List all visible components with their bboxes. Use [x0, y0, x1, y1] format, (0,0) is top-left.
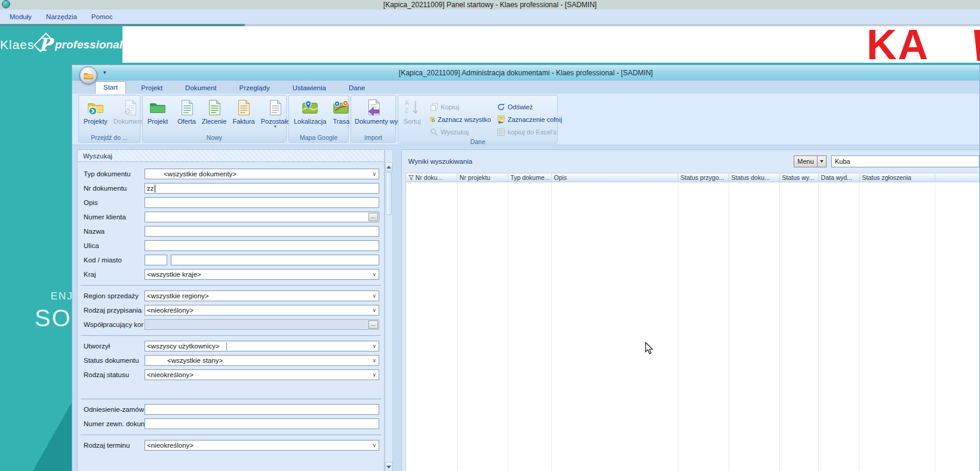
menu-button[interactable]: Menu [794, 155, 818, 167]
column-header-data-wydania[interactable]: Data wyd... [819, 173, 860, 182]
tab-przeglady[interactable]: Przeglądy [232, 82, 278, 94]
chevron-down-icon: ∨ [372, 343, 376, 349]
zlecenie-button[interactable]: Zlecenie [199, 97, 230, 125]
scroll-thumb[interactable] [386, 172, 392, 215]
nazwa-input[interactable] [145, 226, 379, 237]
select-all-icon [430, 115, 435, 124]
results-title: Wyniki wyszukiwania [408, 158, 472, 165]
column-header-opis[interactable]: Opis [552, 173, 678, 182]
column-header-filler [935, 173, 979, 182]
zaznacz-wszystko-button[interactable]: Zaznacz wszystko [428, 113, 494, 126]
utworzyl-select[interactable]: <wszyscy użytkownicy> ∨ [145, 341, 379, 351]
doc-order-icon [205, 99, 223, 117]
sortuj-button: A Z Sortuj [400, 97, 424, 125]
tab-dokument[interactable]: Dokument [177, 82, 224, 94]
chevron-down-icon: ∨ [372, 357, 376, 363]
scroll-up-button[interactable] [385, 162, 392, 172]
kod-input[interactable] [145, 255, 167, 265]
chevron-down-icon: ∨ [372, 171, 376, 177]
tab-start[interactable]: Start [95, 81, 126, 94]
menu-narzedzia[interactable]: Narzędzia [40, 11, 83, 22]
search-panel-scrollbar[interactable] [385, 149, 393, 471]
pozostale-dropdown-icon[interactable]: ▾ [274, 125, 277, 129]
scroll-down-button[interactable] [385, 462, 392, 471]
ribbon-group-dane: A Z Sortuj Kopiuj [398, 95, 558, 143]
quick-access-arrow-icon[interactable]: ▾ [103, 69, 106, 75]
column-header-nr-projektu[interactable]: Nr projektu [457, 173, 508, 182]
lokalizacja-button[interactable]: Lokalizacja [291, 97, 329, 125]
odswiez-button[interactable]: Odśwież [494, 100, 566, 113]
deselect-icon [497, 115, 505, 124]
copy-icon [430, 103, 438, 111]
decorative-triangle [0, 400, 73, 471]
section-divider [81, 399, 381, 399]
tab-dane[interactable]: Dane [341, 82, 373, 94]
results-grid: Nr doku... Nr projektu Typ dokume... Opi… [405, 173, 979, 471]
status-dokumentu-select[interactable]: <wszystkie stany> ∨ [145, 355, 379, 366]
menubar: Moduły Narzędzia Pomoc [0, 10, 980, 24]
scroll-track[interactable] [385, 216, 392, 462]
group-label-nowy: Nowy [143, 134, 286, 142]
results-grid-body[interactable] [406, 182, 979, 471]
field-status-dokumentu: Status dokumentu <wszystkie stany> ∨ [78, 353, 384, 368]
odniesienie-input[interactable] [145, 404, 379, 415]
group-label-przejdz-do: Przejdź do ... [79, 134, 140, 142]
menu-pomoc[interactable]: Pomoc [85, 11, 119, 22]
outer-titlebar: [Kapica_20211009] Panel startowy - Klaes… [0, 0, 980, 10]
numer-klienta-browse-button[interactable]: ... [368, 213, 378, 221]
field-utworzyl: Utworzył <wszyscy użytkownicy> ∨ [78, 339, 384, 353]
tab-projekt[interactable]: Projekt [133, 82, 170, 94]
typ-dokumentu-select[interactable]: <wszystkie dokumenty> ∨ [145, 169, 379, 179]
menu-dropdown-button[interactable] [818, 155, 827, 167]
kraj-select[interactable]: <wszystkie kraje> ∨ [145, 269, 379, 280]
rodzaj-statusu-select[interactable]: <nieokreślony> ∨ [145, 369, 379, 380]
wspolpracujacy-browse-button[interactable]: ... [368, 320, 378, 329]
map-pin-icon [301, 99, 319, 117]
zaznaczenie-cofnij-button[interactable]: Zaznaczenie cofnij [494, 113, 566, 126]
ulica-input[interactable] [145, 240, 379, 251]
projekt-button[interactable]: Projekt [145, 97, 171, 125]
doc-window-body: Wyszukaj Typ dokumentu <wszystkie dokume… [72, 146, 979, 471]
map-route-icon [332, 99, 350, 117]
sort-az-icon: A Z [403, 99, 421, 117]
rodzaj-terminu-select[interactable]: <nieokreślony> ∨ [145, 440, 379, 451]
faktura-button[interactable]: Faktura [229, 97, 257, 125]
pozostale-button[interactable]: Pozostałe ▾ [258, 97, 293, 129]
numer-klienta-input[interactable]: ... [145, 212, 379, 222]
application-orb-button[interactable] [79, 66, 97, 84]
field-typ-dokumentu: Typ dokumentu <wszystkie dokumenty> ∨ [78, 167, 384, 181]
miasto-input[interactable] [171, 255, 379, 265]
trasa-button[interactable]: Trasa [329, 97, 353, 125]
user-filter-input[interactable]: Kuba [831, 155, 979, 167]
column-header-typ-dokumentu[interactable]: Typ dokume... [508, 173, 552, 182]
red-partial-letter [974, 30, 980, 61]
wspolpracujacy-input: ... [145, 319, 379, 330]
menu-moduly[interactable]: Moduły [4, 11, 38, 22]
projekty-button[interactable]: Projekty [81, 97, 110, 125]
tab-ustawienia[interactable]: Ustawienia [285, 82, 334, 94]
field-kod-miasto: Kod / miasto [78, 253, 384, 267]
section-divider [81, 435, 381, 435]
oferta-button[interactable]: Oferta [174, 97, 199, 125]
field-numer-zewn: Numer zewn. dokun [78, 417, 384, 431]
chevron-down-icon: ∨ [372, 307, 376, 313]
nr-dokumentu-input[interactable]: zz [145, 183, 379, 194]
numer-zewn-input[interactable] [145, 418, 379, 429]
doc-window-title: [Kapica_20211009] Administracja dokument… [399, 69, 653, 77]
screen: [Kapica_20211009] Panel startowy - Klaes… [0, 0, 980, 471]
opis-input[interactable] [145, 197, 379, 208]
ribbon-group-przejdz-do: Projekty Dokumenty Przejdź do ... [78, 95, 140, 143]
column-header-status-zgloszenia[interactable]: Status zgłoszenia [860, 173, 935, 182]
column-header-status-przygotowania[interactable]: Status przygo... [678, 173, 729, 182]
dokumenty-wymiany-button[interactable]: Dokumenty wymiany [352, 97, 395, 125]
app-icon [2, 0, 10, 8]
search-panel: Wyszukaj Typ dokumentu <wszystkie dokume… [77, 149, 385, 471]
wyszukaj-button: Wyszukaj [428, 126, 494, 138]
region-sprzedazy-select[interactable]: <wszystkie regiony> ∨ [145, 290, 379, 301]
text-caret [155, 185, 155, 192]
column-header-status-wydania[interactable]: Status wy... [780, 173, 819, 182]
rodzaj-przypisania-select[interactable]: <nieokreślony> ∨ [145, 305, 379, 316]
column-header-status-dokumentu[interactable]: Status doku... [729, 173, 780, 182]
column-header-nr-dokumentu[interactable]: Nr doku... [406, 173, 457, 182]
header-band: Klaes P professional KA [0, 26, 980, 63]
